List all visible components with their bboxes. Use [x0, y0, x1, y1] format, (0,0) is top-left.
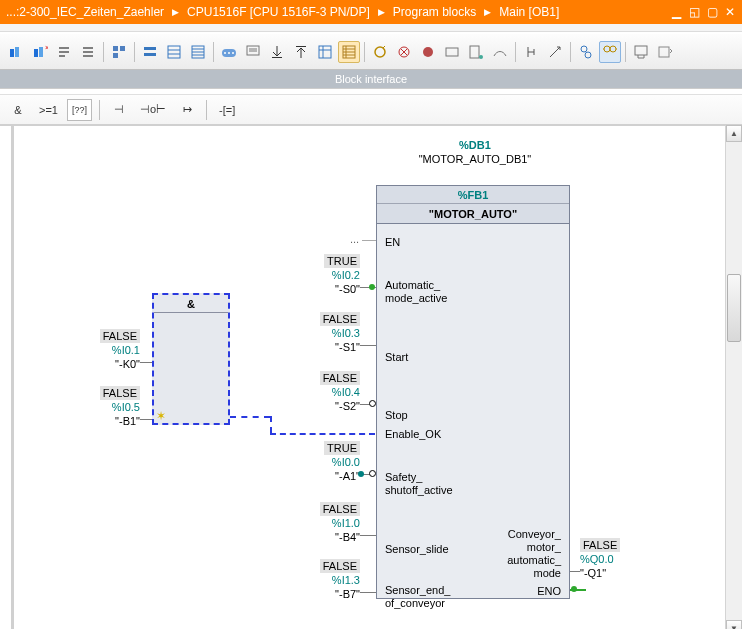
- toolbar-btn-13[interactable]: [314, 41, 336, 63]
- fb-call-block[interactable]: %FB1 "MOTOR_AUTO" EN Automatic_mode_acti…: [376, 185, 570, 599]
- tag-send[interactable]: FALSE %I1.3 "-B7": [310, 559, 360, 601]
- tag-and-in2[interactable]: FALSE %I0.5 "-B1": [80, 386, 140, 428]
- toolbar-btn-monitor[interactable]: [599, 41, 621, 63]
- svg-rect-19: [319, 46, 331, 58]
- network-editor[interactable]: %DB1 "MOTOR_AUTO_DB1" %FB1 "MOTOR_AUTO" …: [0, 125, 742, 629]
- window-buttons: ▁ ◱ ▢ ✕: [668, 0, 738, 24]
- fbd-not-btn[interactable]: ⊣: [107, 99, 131, 121]
- svg-rect-1: [15, 47, 19, 57]
- toolbar-overflow[interactable]: [653, 41, 677, 63]
- svg-point-14: [228, 52, 230, 54]
- toolbar-btn-12[interactable]: [290, 41, 312, 63]
- scroll-up-button[interactable]: ▲: [726, 125, 742, 142]
- title-bar: ...:2-300_IEC_Zeiten_Zaehler ▶ CPU1516F …: [0, 0, 742, 24]
- state-dot: [571, 586, 577, 592]
- close-button[interactable]: ✕: [722, 4, 738, 20]
- toolbar-sep: [570, 42, 571, 62]
- fbd-assign-btn[interactable]: ↦: [175, 99, 199, 121]
- svg-point-15: [232, 52, 234, 54]
- toolbar-btn-6[interactable]: [139, 41, 161, 63]
- pin-eno: ENO: [537, 585, 561, 597]
- chevron-right-icon: ▶: [484, 7, 491, 17]
- toolbar-sep: [213, 42, 214, 62]
- breadcrumb: ...:2-300_IEC_Zeiten_Zaehler ▶ CPU1516F …: [6, 5, 559, 19]
- negation-icon[interactable]: [369, 400, 376, 407]
- fbd-or-btn[interactable]: >=1: [34, 99, 63, 121]
- toolbar-btn-23[interactable]: [575, 41, 597, 63]
- toolbar-btn-1[interactable]: [5, 41, 27, 63]
- breadcrumb-item[interactable]: CPU1516F [CPU 1516F-3 PN/DP]: [187, 5, 370, 19]
- maximize-button[interactable]: ▢: [704, 4, 720, 20]
- tag-slide[interactable]: FALSE %I1.0 "-B4": [310, 502, 360, 544]
- and-label: &: [154, 295, 228, 313]
- tag-stop[interactable]: FALSE %I0.4 "-S2": [310, 371, 360, 413]
- fbd-empty-box-btn[interactable]: [??]: [67, 99, 92, 121]
- block-interface-label: Block interface: [335, 73, 407, 85]
- pin-en: EN: [385, 236, 400, 248]
- svg-point-27: [581, 46, 587, 52]
- tag-safety[interactable]: TRUE %I0.0 "-A1": [310, 441, 360, 483]
- fbd-toolbar: & >=1 [??] ⊣ ⊣o⊢ ↦ -[=]: [0, 95, 742, 125]
- breadcrumb-item[interactable]: ...:2-300_IEC_Zeiten_Zaehler: [6, 5, 164, 19]
- tag-and-in1[interactable]: FALSE %I0.1 "-K0": [80, 329, 140, 371]
- tag-out[interactable]: FALSE %Q0.0 "-Q1": [580, 538, 630, 580]
- toolbar-btn-10[interactable]: [242, 41, 264, 63]
- fbd-move-btn[interactable]: -[=]: [214, 99, 240, 121]
- scroll-down-button[interactable]: ▼: [726, 620, 742, 629]
- toolbar-btn-21[interactable]: [520, 41, 542, 63]
- toolbar-btn-8[interactable]: [187, 41, 209, 63]
- toolbar-btn-7[interactable]: [163, 41, 185, 63]
- pin-slide: Sensor_slide: [385, 543, 449, 555]
- fbd-and-btn[interactable]: &: [6, 99, 30, 121]
- toolbar-btn-17[interactable]: [417, 41, 439, 63]
- toolbar-btn-11[interactable]: [266, 41, 288, 63]
- vertical-scrollbar[interactable]: ▲ ▼: [725, 125, 742, 629]
- en-ellipsis: ...: [350, 233, 359, 245]
- wire: [360, 592, 376, 593]
- toolbar-btn-24[interactable]: [630, 41, 652, 63]
- restore-button[interactable]: ◱: [686, 4, 702, 20]
- toolbar-btn-14[interactable]: [338, 41, 360, 63]
- toolbar-btn-4[interactable]: [77, 41, 99, 63]
- chevron-right-icon: ▶: [378, 7, 385, 17]
- scroll-track[interactable]: [726, 142, 742, 620]
- svg-rect-17: [272, 57, 282, 58]
- wire: [270, 416, 272, 433]
- toolbar-btn-19[interactable]: [465, 41, 487, 63]
- svg-rect-6: [120, 46, 125, 51]
- fbd-canvas[interactable]: %DB1 "MOTOR_AUTO_DB1" %FB1 "MOTOR_AUTO" …: [0, 125, 725, 629]
- fbd-negcoil-btn[interactable]: ⊣o⊢: [135, 99, 171, 121]
- toolbar-btn-16[interactable]: [393, 41, 415, 63]
- toolbar-btn-15[interactable]: [369, 41, 391, 63]
- fb-instance-name: "MOTOR_AUTO": [377, 204, 569, 224]
- and-block[interactable]: &: [152, 293, 230, 425]
- breadcrumb-item[interactable]: Main [OB1]: [499, 5, 559, 19]
- svg-point-23: [423, 47, 433, 57]
- svg-point-21: [375, 47, 385, 57]
- svg-text:×: ×: [45, 44, 48, 51]
- pin-start: Start: [385, 351, 408, 363]
- extend-input-icon[interactable]: ✶: [156, 412, 166, 420]
- toolbar-sep: [99, 100, 100, 120]
- toolbar-btn-3[interactable]: [53, 41, 75, 63]
- scroll-thumb[interactable]: [727, 274, 741, 342]
- toolbar-btn-5[interactable]: [108, 41, 130, 63]
- minimize-button[interactable]: ▁: [668, 4, 684, 20]
- svg-rect-10: [168, 46, 180, 58]
- wire: [362, 240, 376, 241]
- svg-point-30: [610, 46, 616, 52]
- tag-start[interactable]: FALSE %I0.3 "-S1": [310, 312, 360, 354]
- svg-rect-7: [113, 53, 118, 58]
- toolbar-btn-2[interactable]: ×: [29, 41, 51, 63]
- pin-out: Conveyor_motor_automatic_mode: [507, 528, 561, 580]
- toolbar-btn-9[interactable]: [218, 41, 240, 63]
- main-toolbar: ×: [0, 32, 742, 70]
- negation-icon[interactable]: [369, 470, 376, 477]
- breadcrumb-item[interactable]: Program blocks: [393, 5, 476, 19]
- toolbar-btn-18[interactable]: [441, 41, 463, 63]
- block-interface-bar[interactable]: Block interface: [0, 70, 742, 89]
- toolbar-btn-20[interactable]: [489, 41, 511, 63]
- tag-auto[interactable]: TRUE %I0.2 "-S0": [310, 254, 360, 296]
- toolbar-btn-22[interactable]: [544, 41, 566, 63]
- svg-point-28: [585, 52, 591, 58]
